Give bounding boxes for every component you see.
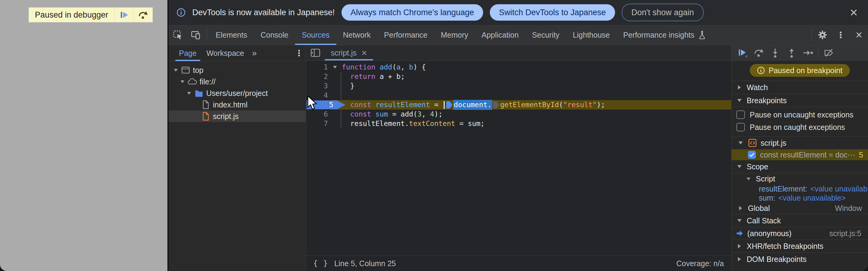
scope-variable-sum[interactable]: sum:<value unavailable>	[732, 193, 868, 203]
scope-global-row[interactable]: Global Window	[732, 203, 868, 214]
always-match-chrome-s-language-button[interactable]: Always match Chrome's language	[341, 4, 483, 21]
editor-tab-close-icon[interactable]: ×	[362, 48, 367, 58]
tree-chevron-down-icon[interactable]	[178, 80, 186, 84]
watch-section-header[interactable]: Watch	[732, 81, 868, 94]
code-line-content[interactable]: resultElement.textContent = sum;	[342, 119, 485, 128]
html-file-icon	[199, 100, 212, 109]
token-pln: = sum;	[455, 119, 485, 128]
tree-item-users-user-project[interactable]: Users/user/project	[168, 87, 306, 99]
toggle-navigator-button[interactable]	[306, 45, 325, 60]
resume-button[interactable]	[735, 46, 750, 59]
step-into-button[interactable]	[768, 46, 782, 59]
paused-on-breakpoint-badge: Paused on breakpoint	[750, 64, 849, 77]
tree-item-label: index.html	[212, 100, 247, 109]
callstack-section-header[interactable]: Call Stack	[732, 214, 868, 227]
step-out-icon	[787, 48, 796, 58]
line-number-gutter[interactable]: 7	[306, 119, 328, 128]
code-line-content[interactable]: return a + b;	[342, 72, 405, 81]
dom-breakpoints-section-header[interactable]: DOM Breakpoints	[732, 253, 868, 266]
token-kw: return	[350, 72, 380, 81]
tree-item-label: file://	[198, 78, 216, 86]
pause-uncaught-exceptions-row[interactable]: Pause on uncaught exceptions	[732, 109, 868, 120]
inspect-element-button[interactable]	[168, 25, 187, 45]
tab-elements[interactable]: Elements	[209, 25, 254, 45]
breakpoints-label: Breakpoints	[747, 96, 787, 105]
pretty-print-icon[interactable]: { }	[313, 259, 328, 268]
tab-application[interactable]: Application	[475, 25, 525, 45]
xhr-breakpoints-section-header[interactable]: XHR/fetch Breakpoints	[732, 239, 868, 253]
infobar-close-button[interactable]: ×	[847, 6, 860, 19]
navigator-tab-workspace[interactable]: Workspace	[203, 45, 248, 61]
navigator-tab-page[interactable]: Page	[175, 45, 200, 61]
breakpoint-checkbox[interactable]	[748, 151, 756, 159]
code-line-7[interactable]: 7 resultElement.textContent = sum;	[306, 119, 731, 128]
tree-item-file[interactable]: file://	[168, 76, 306, 87]
tab-lighthouse[interactable]: Lighthouse	[566, 25, 616, 45]
navigator-more-options-button[interactable]	[292, 45, 306, 61]
code-line-4[interactable]: 4	[306, 91, 731, 100]
tree-chevron-down-icon[interactable]	[185, 92, 193, 95]
more-tabs-button[interactable]: »	[250, 45, 259, 61]
code-line-2[interactable]: 2 return a + b;	[306, 72, 731, 81]
chevron-right-icon	[736, 257, 743, 262]
scope-section-header[interactable]: Scope	[732, 160, 868, 173]
breakpoint-group-script-js[interactable]: script.js	[732, 137, 868, 149]
code-line-content[interactable]: const resultElement = document.getElemen…	[342, 100, 605, 110]
paused-message: Paused on breakpoint	[769, 66, 842, 75]
token-pln: );	[597, 100, 606, 110]
code-line-3[interactable]: 3 }	[306, 81, 731, 91]
breakpoint-entry[interactable]: const resultElement = doc⋯ 5	[732, 149, 868, 160]
tab-performance[interactable]: Performance	[377, 25, 434, 45]
switch-devtools-to-japanese-button[interactable]: Switch DevTools to Japanese	[490, 4, 615, 21]
breakpoints-section-header[interactable]: Breakpoints	[732, 94, 868, 107]
scope-variable-resultelement[interactable]: resultElement:<value unavailable>	[732, 184, 868, 193]
more-options-button[interactable]	[832, 25, 850, 45]
deactivate-breakpoints-button[interactable]	[822, 46, 836, 59]
continue-to-location-marker[interactable]	[446, 101, 452, 109]
fold-chevron-down-icon[interactable]	[328, 65, 342, 69]
tree-item-top[interactable]: top	[168, 64, 306, 76]
line-number-gutter[interactable]: 2	[306, 72, 328, 81]
step-button[interactable]	[801, 46, 815, 59]
tab-memory[interactable]: Memory	[434, 25, 475, 45]
line-number-gutter[interactable]: 1	[306, 62, 328, 72]
devtools-close-button[interactable]: ×	[850, 25, 868, 45]
tree-chevron-down-icon[interactable]	[172, 68, 180, 72]
pause-caught-exceptions-row[interactable]: Pause on caught exceptions	[732, 120, 868, 137]
settings-button[interactable]	[813, 25, 832, 45]
tab-sources[interactable]: Sources	[295, 25, 336, 45]
code-line-content[interactable]: function add(a, b) {	[342, 62, 426, 72]
frame-icon	[180, 66, 192, 74]
chevron-down-icon	[736, 219, 743, 222]
tree-item-index-html[interactable]: index.html	[168, 99, 306, 111]
infobar-actions: Always match Chrome's languageSwitch Dev…	[341, 4, 615, 21]
tab-network[interactable]: Network	[336, 25, 378, 45]
code-line-content[interactable]: const sum = add(3, 4);	[342, 110, 442, 119]
overlay-step-over-button[interactable]	[133, 8, 153, 22]
pause-uncaught-checkbox[interactable]	[736, 111, 745, 119]
chevron-right-icon	[736, 85, 743, 90]
code-editor[interactable]: 1function add(a, b) {2 return a + b;3 }4…	[306, 61, 731, 255]
info-icon	[177, 8, 186, 17]
device-toolbar-button[interactable]	[187, 25, 205, 45]
step-out-button[interactable]	[784, 46, 799, 59]
coverage-label: Coverage: n/a	[676, 259, 724, 268]
token-def: b	[409, 62, 413, 72]
tree-item-script-js[interactable]: script.js	[168, 111, 306, 122]
code-line-6[interactable]: 6 const sum = add(3, 4);	[306, 110, 731, 119]
overlay-resume-button[interactable]	[114, 8, 133, 22]
code-line-content[interactable]: }	[342, 81, 354, 91]
continue-to-location-marker[interactable]	[493, 101, 499, 109]
line-number-gutter[interactable]: 3	[306, 81, 328, 91]
step-over-button[interactable]	[751, 46, 766, 59]
tab-performance-insights[interactable]: Performance insights	[617, 25, 713, 45]
pause-caught-checkbox[interactable]	[736, 123, 745, 131]
callstack-frame[interactable]: (anonymous) script.js:5	[732, 227, 868, 239]
tab-security[interactable]: Security	[525, 25, 566, 45]
code-line-5[interactable]: 5 const resultElement = document.getElem…	[306, 100, 731, 110]
editor-tab-script-js[interactable]: script.js ×	[325, 45, 373, 60]
scope-script-header[interactable]: Script	[732, 173, 868, 184]
tab-console[interactable]: Console	[254, 25, 295, 45]
dont-show-again-button[interactable]: Don't show again	[622, 4, 704, 21]
code-line-1[interactable]: 1function add(a, b) {	[306, 62, 731, 72]
